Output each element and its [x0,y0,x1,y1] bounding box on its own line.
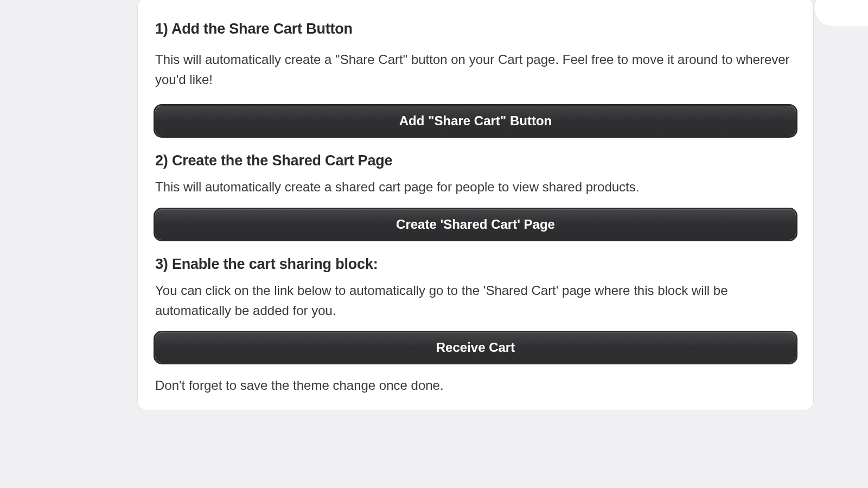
step-3-section: 3) Enable the cart sharing block: You ca… [155,256,796,363]
decorative-corner-shape [814,0,868,27]
step-3-description: You can click on the link below to autom… [155,280,796,320]
step-1-section: 1) Add the Share Cart Button This will a… [155,21,796,136]
step-1-heading: 1) Add the Share Cart Button [155,21,796,37]
step-1-description: This will automatically create a "Share … [155,49,796,89]
step-2-section: 2) Create the the Shared Cart Page This … [155,152,796,239]
receive-cart-button[interactable]: Receive Cart [155,332,796,363]
step-2-heading: 2) Create the the Shared Cart Page [155,152,796,169]
create-shared-cart-page-button[interactable]: Create 'Shared Cart' Page [155,209,796,240]
step-2-description: This will automatically create a shared … [155,177,796,197]
step-3-heading: 3) Enable the cart sharing block: [155,256,796,273]
setup-steps-card: 1) Add the Share Cart Button This will a… [137,0,814,411]
footer-note: Don't forget to save the theme change on… [155,378,796,393]
add-share-cart-button[interactable]: Add "Share Cart" Button [155,106,796,136]
